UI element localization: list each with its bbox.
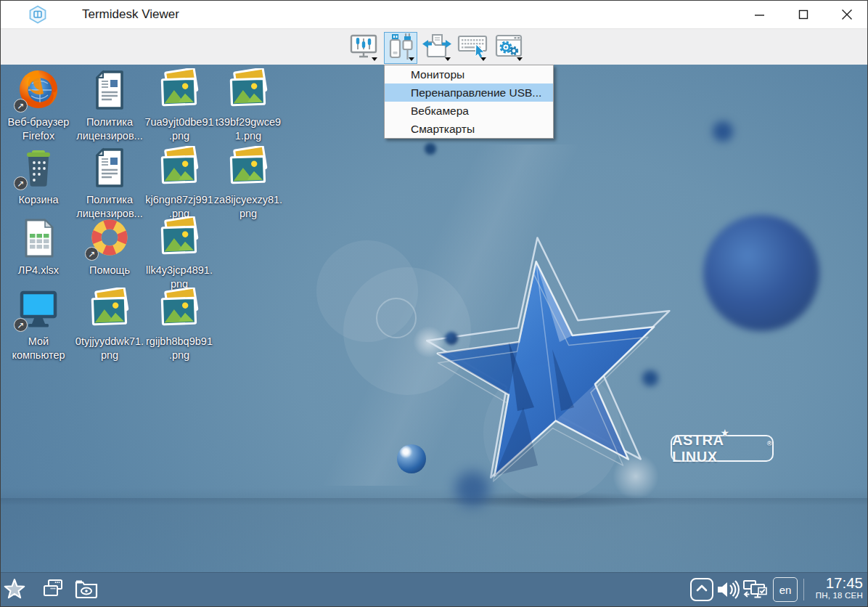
desktop-icon[interactable]: ЛР4.xlsx — [2, 215, 75, 277]
menu-item[interactable]: Перенаправление USB... — [385, 83, 553, 102]
desktop-icon-label: Корзина — [2, 193, 75, 207]
desktop-icon[interactable]: ↗Помощь — [73, 215, 146, 277]
desktop-icon[interactable]: 7ua9yjt0dbe91.png — [143, 67, 216, 143]
lens-flare — [483, 364, 621, 502]
remote-desktop[interactable]: ★ ASTRA LINUX ® ↗Веб-браузерFirefox Поли… — [1, 65, 867, 574]
desktop-icon-label: za8ijcyexzy81.png — [212, 193, 284, 221]
astra-linux-logo: ★ ASTRA LINUX ® — [671, 435, 774, 462]
blue-sphere-blurred — [713, 121, 733, 142]
lens-flare — [343, 267, 471, 395]
tray-divider — [803, 579, 804, 600]
taskbar: en 17:45 ПН, 18 СЕН — [1, 572, 867, 606]
logo-registered-mark: ® — [767, 440, 772, 447]
usb-redirect-button[interactable] — [384, 32, 417, 64]
blue-sphere-shiny — [397, 444, 426, 473]
network-displays-icon — [742, 578, 770, 604]
windows-icon — [41, 578, 65, 603]
blue-sphere-blurred — [455, 471, 490, 506]
blue-sphere-small — [642, 370, 658, 386]
image-icon — [156, 144, 202, 191]
clock-widget[interactable]: 17:45 ПН, 18 СЕН — [806, 575, 863, 600]
logo-star-icon: ★ — [720, 427, 729, 439]
desktop-icon[interactable]: za8ijcyexzy81.png — [212, 144, 284, 221]
window-list-button[interactable] — [41, 578, 65, 603]
desktop-icon-label: t39bf29gwce91.png — [212, 115, 284, 143]
desktop-icon[interactable]: Политикалицензиров... — [73, 67, 146, 143]
desktop-icon[interactable]: kj6ngn87zj991.png — [143, 144, 216, 221]
shortcut-arrow-icon: ↗ — [85, 247, 99, 261]
desktop-icon[interactable]: ↗Веб-браузерFirefox — [2, 67, 75, 143]
desktop-icon[interactable]: Политикалицензиров... — [73, 144, 146, 221]
termidesk-logo-icon — [28, 5, 47, 24]
speaker-icon — [716, 578, 741, 604]
display-settings-button[interactable] — [347, 32, 380, 64]
network-status-button[interactable] — [742, 578, 770, 604]
lens-flare-glow — [613, 453, 659, 500]
usb-dropdown-menu: МониторыПеренаправление USB...ВебкамераС… — [384, 65, 554, 139]
image-icon — [156, 67, 202, 113]
dropdown-caret-icon — [445, 57, 451, 61]
dropdown-caret-icon — [372, 57, 377, 61]
session-preferences-button[interactable] — [492, 32, 525, 64]
tray-expand-button[interactable] — [690, 578, 713, 601]
desktop-icon[interactable]: ↗Корзина — [2, 144, 75, 207]
minimize-button[interactable] — [744, 1, 776, 28]
menu-item[interactable]: Мониторы — [385, 65, 553, 83]
document-icon — [86, 67, 133, 113]
chevron-up-icon — [695, 583, 709, 596]
desktop-icon[interactable]: 0tyjjyyddwk71.png — [73, 286, 146, 362]
image-icon — [225, 144, 271, 191]
menu-item[interactable]: Вебкамера — [385, 102, 553, 120]
firefox-icon: ↗ — [15, 67, 62, 113]
computer-icon: ↗ — [15, 286, 62, 333]
image-icon — [156, 215, 202, 261]
termidesk-viewer-window: Termidesk Viewer — [0, 0, 868, 607]
desktop-icon[interactable]: llk4y3jcp4891.png — [143, 215, 216, 291]
desktop-icon-label: rgijbh8bq9b91.png — [143, 335, 216, 362]
show-desktop-button[interactable] — [74, 578, 99, 603]
start-menu-button[interactable] — [3, 578, 26, 604]
desktop-icon-label: Помощь — [73, 264, 146, 277]
keyboard-layout-indicator[interactable]: en — [773, 577, 798, 602]
desktop-icon-label: 0tyjjyyddwk71.png — [73, 335, 146, 362]
menu-item[interactable]: Смарткарты — [385, 120, 553, 138]
clock-time: 17:45 — [806, 575, 863, 591]
file-transfer-button[interactable] — [420, 32, 454, 64]
desktop-icon[interactable]: rgijbh8bq9b91.png — [143, 286, 216, 362]
keyboard-input-button[interactable] — [456, 32, 489, 64]
shortcut-arrow-icon: ↗ — [14, 99, 28, 113]
desktop-icon[interactable]: ↗Мойкомпьютер — [2, 286, 75, 362]
window-title: Termidesk Viewer — [82, 7, 179, 22]
desktop-icon-label: Мойкомпьютер — [2, 335, 75, 362]
folder-eye-icon — [74, 578, 99, 603]
desktop-icon-label: 7ua9yjt0dbe91.png — [143, 115, 216, 143]
horizon-shadow — [1, 498, 867, 505]
image-icon — [156, 286, 202, 333]
blue-sphere-large — [703, 215, 819, 331]
title-bar: Termidesk Viewer — [1, 1, 867, 28]
dropdown-caret-icon — [517, 57, 523, 61]
lens-flare-ring — [376, 298, 417, 338]
lens-flare-glow — [413, 326, 445, 358]
dropdown-caret-icon — [409, 57, 414, 61]
desktop-icon-label: Веб-браузерFirefox — [2, 115, 75, 143]
help-icon: ↗ — [86, 215, 133, 261]
session-toolbar — [1, 28, 867, 65]
desktop-icon-label: Политикалицензиров... — [73, 115, 146, 143]
volume-button[interactable] — [716, 578, 741, 604]
lens-flare — [316, 240, 418, 342]
close-button[interactable] — [831, 1, 863, 28]
logo-text: ASTRA LINUX — [672, 432, 766, 465]
image-icon — [86, 286, 133, 333]
blue-sphere-small — [445, 332, 458, 345]
document-icon — [86, 144, 133, 191]
shortcut-arrow-icon: ↗ — [14, 176, 28, 190]
shortcut-arrow-icon: ↗ — [14, 318, 28, 332]
blue-sphere-small — [425, 143, 436, 155]
maximize-button[interactable] — [787, 1, 819, 28]
xlsx-icon — [15, 215, 62, 261]
image-icon — [225, 67, 271, 113]
trash-icon: ↗ — [15, 144, 62, 191]
keyboard-layout-label: en — [779, 584, 792, 596]
desktop-icon[interactable]: t39bf29gwce91.png — [212, 67, 284, 143]
